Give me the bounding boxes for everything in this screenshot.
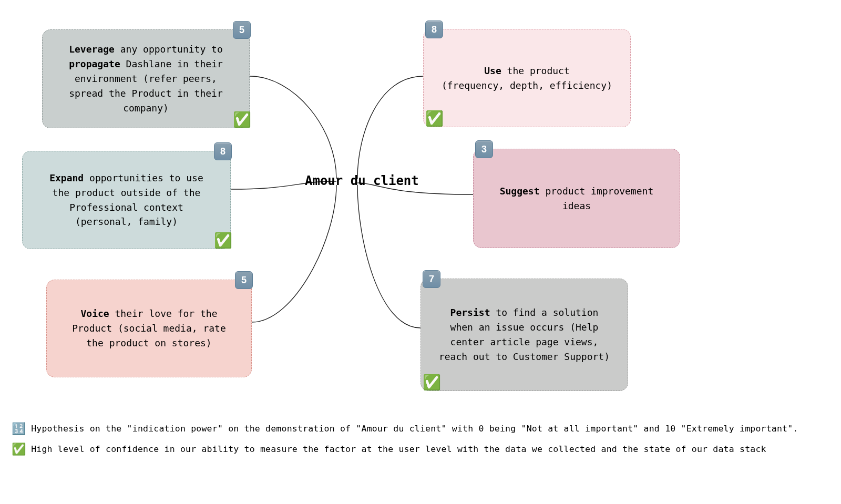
card-use-text: Use the product(frequency, depth, effici… [442, 64, 612, 93]
score-persist: 7 [423, 270, 440, 288]
legend-check-text: High level of confidence in our ability … [31, 444, 766, 454]
card-leverage-text: Leverage any opportunity to propagate Da… [58, 42, 233, 115]
check-expand: ✅ [214, 233, 232, 248]
card-leverage: Leverage any opportunity to propagate Da… [42, 29, 250, 128]
score-leverage: 5 [233, 21, 251, 39]
card-persist: Persist to find a solution when an issue… [420, 279, 628, 391]
card-suggest: Suggest product improvement ideas [473, 149, 680, 248]
center-label: Amour du client [305, 173, 419, 188]
check-persist: ✅ [423, 375, 441, 390]
legend-check: ✅ High level of confidence in our abilit… [12, 443, 766, 456]
card-voice: Voice their love for the Product (social… [46, 280, 252, 377]
card-expand: Expand opportunities to use the product … [22, 151, 231, 249]
score-suggest: 3 [475, 140, 493, 158]
score-use: 8 [425, 20, 443, 38]
card-suggest-text: Suggest product improvement ideas [489, 184, 664, 213]
score-voice: 5 [235, 271, 253, 289]
card-expand-text: Expand opportunities to use the product … [38, 171, 214, 230]
legend-numeric-text: Hypothesis on the "indication power" on … [31, 424, 798, 434]
card-use: Use the product(frequency, depth, effici… [423, 29, 631, 127]
score-expand: 8 [214, 142, 232, 160]
legend-numeric: 🔢 Hypothesis on the "indication power" o… [12, 422, 798, 435]
check-icon: ✅ [12, 443, 26, 456]
check-leverage: ✅ [233, 112, 251, 127]
numeric-icon: 🔢 [12, 422, 26, 435]
card-persist-text: Persist to find a solution when an issue… [437, 305, 612, 364]
check-use: ✅ [425, 111, 444, 126]
card-voice-text: Voice their love for the Product (social… [63, 306, 235, 351]
